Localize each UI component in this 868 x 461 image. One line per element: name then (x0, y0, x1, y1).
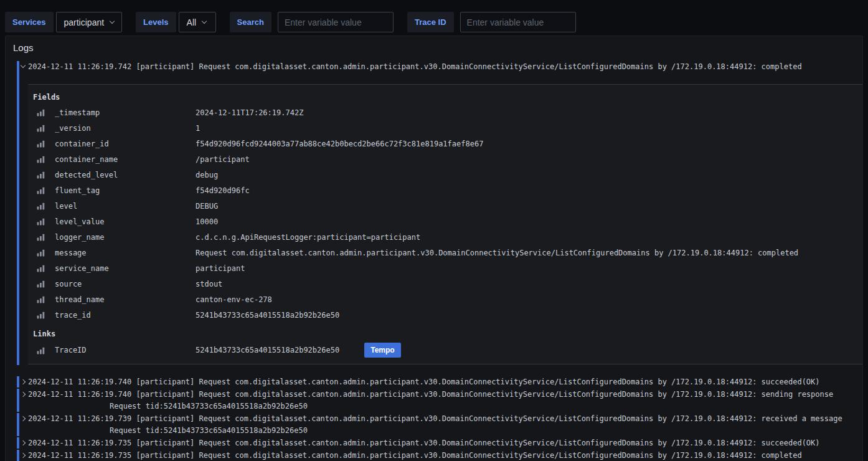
log-row-line[interactable]: 2024-12-11 11:26:19.740 [participant] Re… (19, 389, 862, 399)
links-section-title: Links (33, 326, 862, 341)
log-row[interactable]: 2024-12-11 11:26:19.739 [participant] Re… (17, 413, 862, 436)
bar-chart-icon[interactable] (37, 295, 45, 303)
log-details: Fields_timestamp2024-12-11T17:26:19.742Z… (28, 84, 862, 364)
bar-chart-icon[interactable] (37, 171, 45, 179)
field-name: detected_level (55, 171, 196, 179)
log-row-line[interactable]: 2024-12-11 11:26:19.739 [participant] Re… (19, 414, 862, 424)
bar-chart-icon[interactable] (37, 311, 45, 319)
bar-chart-icon[interactable] (37, 155, 45, 163)
bar-chart-icon[interactable] (37, 249, 45, 257)
field-row: logger_namec.d.c.n.g.ApiRequestLogger:pa… (33, 229, 862, 245)
log-row-line[interactable]: 2024-12-11 11:26:19.740 [participant] Re… (19, 377, 862, 387)
levels-label: Levels (136, 12, 176, 32)
field-name: TraceID (55, 346, 196, 354)
field-name: message (55, 249, 196, 257)
field-value: DEBUG (196, 202, 218, 211)
levels-selected-value: All (187, 17, 197, 27)
fields-section-title: Fields (33, 90, 862, 105)
logs-panel: Logs 2024-12-11 11:26:19.742 [participan… (5, 36, 863, 461)
field-value: canton-env-ec-278 (196, 295, 272, 304)
log-message: 2024-12-11 11:26:19.742 [participant] Re… (28, 62, 802, 72)
field-row: _version1 (33, 120, 862, 136)
field-value: 5241b43733c65a4015518a2b92b26e50 (196, 311, 339, 320)
log-row-line[interactable]: 2024-12-11 11:26:19.735 [participant] Re… (19, 450, 862, 460)
field-value: f54d920d96fc (196, 186, 250, 195)
log-row-line[interactable]: 2024-12-11 11:26:19.735 [participant] Re… (19, 438, 862, 448)
log-row[interactable]: 2024-12-11 11:26:19.740 [participant] Re… (17, 376, 862, 387)
services-selected-value: participant (64, 17, 105, 27)
field-value: participant (196, 264, 245, 273)
bar-chart-icon[interactable] (37, 264, 45, 272)
field-name: logger_name (55, 233, 196, 242)
field-row: fluent_tagf54d920d96fc (33, 183, 862, 198)
chevron-right-icon[interactable] (20, 391, 26, 398)
log-message: 2024-12-11 11:26:19.740 [participant] Re… (28, 377, 820, 387)
chevron-right-icon[interactable] (20, 452, 26, 459)
log-row-line[interactable]: 2024-12-11 11:26:19.742 [participant] Re… (19, 62, 862, 72)
field-name: container_name (55, 155, 196, 164)
log-message: 2024-12-11 11:26:19.739 [participant] Re… (28, 414, 842, 424)
search-variable-group: Search (230, 12, 394, 32)
field-row: container_name/participant (33, 151, 862, 167)
chevron-right-icon[interactable] (20, 415, 26, 422)
log-message-continuation: Request tid:5241b43733c65a4015518a2b92b2… (19, 424, 862, 435)
field-value: c.d.c.n.g.ApiRequestLogger:participant=p… (196, 233, 420, 242)
log-row[interactable]: 2024-12-11 11:26:19.735 [participant] Re… (17, 450, 862, 461)
field-name: source (55, 280, 196, 288)
field-name: thread_name (55, 295, 196, 304)
bar-chart-icon[interactable] (37, 346, 45, 354)
log-message: 2024-12-11 11:26:19.740 [participant] Re… (28, 389, 833, 399)
panel-title[interactable]: Logs (13, 42, 862, 53)
tempo-link-button[interactable]: Tempo (364, 343, 400, 358)
log-row[interactable]: 2024-12-11 11:26:19.735 [participant] Re… (17, 437, 862, 449)
field-value: 5241b43733c65a4015518a2b92b26e50 (196, 346, 339, 354)
bar-chart-icon[interactable] (37, 124, 45, 132)
field-name: _timestamp (55, 108, 196, 117)
field-value: 1 (196, 124, 200, 133)
log-row[interactable]: 2024-12-11 11:26:19.740 [participant] Re… (17, 389, 862, 412)
trace-id-input[interactable] (460, 12, 576, 32)
chevron-down-icon (110, 18, 115, 23)
link-row: TraceID5241b43733c65a4015518a2b92b26e50T… (33, 341, 862, 359)
field-value: Request com.digitalasset.canton.admin.pa… (196, 249, 798, 257)
field-name: level_value (55, 217, 196, 226)
field-name: level (55, 202, 196, 211)
log-message-continuation: Request tid:5241b43733c65a4015518a2b92b2… (19, 399, 862, 411)
field-name: container_id (55, 140, 196, 148)
services-dropdown[interactable]: participant (56, 12, 123, 32)
variables-toolbar: Services participant Levels All Search T… (0, 0, 868, 36)
field-name: service_name (55, 264, 196, 273)
bar-chart-icon[interactable] (37, 186, 45, 194)
trace-id-label: Trace ID (407, 12, 454, 32)
field-value: 10000 (196, 217, 218, 226)
search-label: Search (230, 12, 271, 32)
bar-chart-icon[interactable] (37, 202, 45, 210)
field-name: trace_id (55, 311, 196, 320)
logs-list: 2024-12-11 11:26:19.742 [participant] Re… (17, 61, 862, 461)
bar-chart-icon[interactable] (37, 280, 45, 288)
services-variable-group: Services participant (5, 12, 122, 32)
field-name: _version (55, 124, 196, 133)
field-row: container_idf54d920d96fcd9244003a77ab88c… (33, 136, 862, 151)
field-row: messageRequest com.digitalasset.canton.a… (33, 245, 862, 260)
field-value: f54d920d96fcd9244003a77ab88ce42b0becd2be… (196, 140, 483, 148)
bar-chart-icon[interactable] (37, 217, 45, 226)
field-value: 2024-12-11T17:26:19.742Z (196, 108, 303, 117)
trace-id-variable-group: Trace ID (407, 12, 576, 32)
chevron-right-icon[interactable] (20, 439, 26, 447)
field-row: sourcestdout (33, 276, 862, 292)
search-input[interactable] (278, 12, 394, 32)
chevron-right-icon[interactable] (20, 378, 26, 386)
chevron-down-icon[interactable] (20, 63, 26, 70)
levels-dropdown[interactable]: All (179, 12, 216, 32)
field-row: _timestamp2024-12-11T17:26:19.742Z (33, 105, 862, 120)
log-row[interactable]: 2024-12-11 11:26:19.742 [participant] Re… (17, 61, 862, 365)
field-row: levelDEBUG (33, 198, 862, 214)
bar-chart-icon[interactable] (37, 140, 45, 148)
field-name: fluent_tag (55, 186, 196, 195)
field-value: stdout (196, 280, 222, 288)
bar-chart-icon[interactable] (37, 108, 45, 116)
field-row: thread_namecanton-env-ec-278 (33, 292, 862, 307)
field-row: service_nameparticipant (33, 260, 862, 276)
bar-chart-icon[interactable] (37, 233, 45, 241)
